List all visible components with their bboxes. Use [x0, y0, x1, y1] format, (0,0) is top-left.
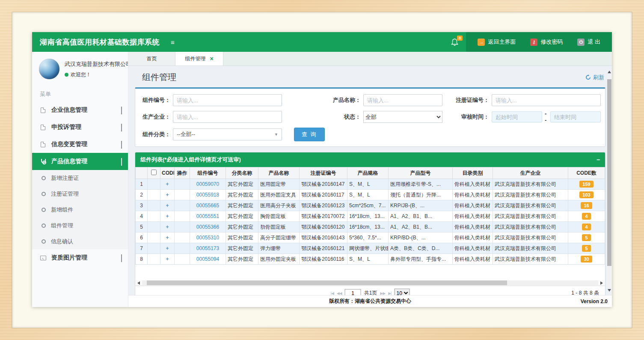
- component-no-input[interactable]: [173, 94, 282, 106]
- expand-row-button[interactable]: +: [166, 203, 169, 209]
- submenu-item[interactable]: 信息确认: [32, 233, 128, 249]
- code-count-badge: 5: [582, 234, 591, 241]
- catalog-cell: 骨科植入类耗材: [453, 233, 493, 243]
- horizontal-scroll-track[interactable]: [142, 280, 598, 285]
- expand-row-button[interactable]: +: [166, 192, 169, 198]
- manufacturer-input[interactable]: [173, 111, 282, 123]
- row-actions-cell: [175, 233, 190, 243]
- expand-row-button[interactable]: +: [166, 181, 169, 187]
- category-label: 组件分类：: [139, 131, 173, 138]
- row-number: 4: [136, 211, 148, 222]
- manufacturer-cell: 武汉克瑞普新技术有限公司: [493, 233, 568, 243]
- manufacturer-cell: 武汉克瑞普新技术有限公司: [493, 243, 568, 254]
- logout-button[interactable]: ⏻ 退 出: [570, 38, 608, 46]
- submenu-item[interactable]: 组件管理: [32, 218, 128, 233]
- notification-bell-button[interactable]: 0: [443, 32, 466, 52]
- hamburger-menu-icon[interactable]: ≡: [171, 39, 175, 46]
- audit-end-input[interactable]: [550, 111, 601, 122]
- component-code-link[interactable]: 00055918: [196, 192, 219, 198]
- spec-cell: 5*360、7.5*...: [347, 233, 389, 243]
- expand-row-button[interactable]: +: [166, 256, 169, 262]
- search-button[interactable]: 查 询: [294, 128, 325, 141]
- tab-component-management[interactable]: 组件管理 ×: [175, 52, 223, 66]
- table-row: 1 + 00059070 其它外固定 医用固定带 鄂汉械备20160147 S、…: [136, 179, 605, 190]
- sidebar-item-complaints[interactable]: 申投诉管理: [32, 119, 128, 136]
- last-page-button[interactable]: ▶|: [388, 291, 391, 295]
- circle-icon: [42, 192, 46, 196]
- model-cell: 颈托（普通型）升降...: [389, 190, 453, 200]
- expand-row-button[interactable]: +: [166, 224, 169, 230]
- image-icon: [40, 256, 46, 260]
- list-panel-title: 组件列表: [140, 156, 163, 163]
- code-count-badge: 4: [582, 213, 591, 220]
- horizontal-scroll-thumb[interactable]: [147, 280, 507, 285]
- cert-no-cell: 鄂汉械备20160120: [300, 222, 347, 233]
- sidebar-item-qualification-images[interactable]: 资质图片管理: [32, 249, 128, 266]
- expand-row-button[interactable]: +: [166, 213, 169, 219]
- cert-no-label: 注册证编号：: [442, 96, 492, 104]
- page-size-select[interactable]: 10: [394, 289, 410, 295]
- next-page-button[interactable]: ▶▶: [380, 291, 385, 295]
- collapse-panel-icon[interactable]: −: [597, 156, 600, 163]
- table-row: 5 + 00055366 其它外固定 肋骨固定板 鄂汉械备20160120 16…: [136, 222, 605, 233]
- component-code-link[interactable]: 00055665: [196, 203, 219, 209]
- sidebar-item-enterprise-info[interactable]: 企业信息管理: [32, 101, 128, 119]
- category-cell: 其它外固定: [226, 200, 258, 211]
- page-number-input[interactable]: [345, 289, 361, 295]
- sidebar-item-info-change[interactable]: 信息变更管理: [32, 136, 128, 153]
- change-password-button[interactable]: ⚷ 修改密码: [523, 38, 570, 46]
- scroll-right-arrow-icon[interactable]: [598, 280, 605, 286]
- cert-no-cell: 鄂汉械备20160123: [300, 200, 347, 211]
- first-page-button[interactable]: |◀: [331, 291, 334, 295]
- submenu-item[interactable]: 新增注册证: [32, 170, 128, 186]
- footer: 版权所有：湖南省公共资源交易中心 Version 2.0: [128, 295, 612, 307]
- refresh-icon: [585, 75, 591, 80]
- vertical-scroll-track[interactable]: [607, 75, 611, 287]
- sidebar-item-product-info[interactable]: 产品信息管理: [32, 153, 128, 170]
- expand-row-button[interactable]: +: [166, 245, 169, 251]
- component-code-link[interactable]: 00055551: [196, 213, 219, 219]
- row-checkbox-cell: [148, 243, 160, 254]
- vertical-scrollbar[interactable]: [607, 69, 612, 293]
- submenu-item[interactable]: 注册证管理: [32, 186, 128, 202]
- expand-row-button[interactable]: +: [166, 235, 169, 241]
- document-icon: [40, 142, 46, 147]
- spec-cell: S、M、L: [347, 254, 389, 265]
- close-tab-icon[interactable]: ×: [210, 56, 213, 62]
- product-name-label: 产品名称：: [282, 96, 363, 104]
- row-actions-cell: [175, 200, 190, 211]
- record-range-text: 1 - 8 共 8 条: [571, 289, 605, 295]
- back-to-main-button[interactable]: → 返回主界面: [470, 38, 523, 46]
- component-code-link[interactable]: 00059070: [196, 181, 219, 187]
- scroll-left-arrow-icon[interactable]: [135, 280, 142, 286]
- row-actions-cell: [175, 222, 190, 233]
- vertical-scroll-thumb[interactable]: [607, 79, 611, 266]
- code-count-badge: 16: [581, 202, 592, 209]
- status-select[interactable]: 全部: [363, 111, 442, 123]
- submenu-item[interactable]: 新增组件: [32, 202, 128, 218]
- sidebar: 武汉克瑞普新技术有限公司 欢迎您！ 菜单 企业信息管理 申投诉管理: [32, 52, 128, 307]
- tab-home[interactable]: 首页: [128, 52, 175, 66]
- notification-badge: 0: [457, 36, 463, 41]
- chevron-left-icon: [121, 141, 122, 148]
- component-code-link[interactable]: 00055366: [196, 224, 219, 230]
- refresh-button[interactable]: 刷新: [585, 74, 604, 81]
- prev-page-button[interactable]: ◀◀: [337, 291, 342, 295]
- product-name-input[interactable]: [363, 94, 442, 106]
- row-checkbox-cell: [148, 190, 160, 200]
- horizontal-scrollbar[interactable]: [135, 280, 605, 286]
- scroll-up-arrow-icon[interactable]: [608, 69, 611, 75]
- row-number: 6: [136, 233, 148, 243]
- table-body: 1 + 00059070 其它外固定 医用固定带 鄂汉械备20160147 S、…: [136, 179, 605, 265]
- cert-no-input[interactable]: [492, 94, 601, 106]
- component-code-link[interactable]: 00055094: [196, 256, 219, 262]
- chevron-left-icon: [121, 254, 122, 261]
- select-all-checkbox[interactable]: [151, 170, 157, 175]
- audit-start-input[interactable]: [492, 111, 542, 122]
- component-code-link[interactable]: 00055173: [196, 245, 219, 251]
- component-code-link[interactable]: 00055310: [196, 235, 219, 241]
- catalog-cell: 骨科植入类耗材: [453, 179, 493, 190]
- scroll-down-arrow-icon[interactable]: [608, 287, 611, 293]
- category-dropdown[interactable]: --全部-- ▼: [173, 128, 282, 140]
- product-name-cell: 高分子固定绷带: [258, 233, 300, 243]
